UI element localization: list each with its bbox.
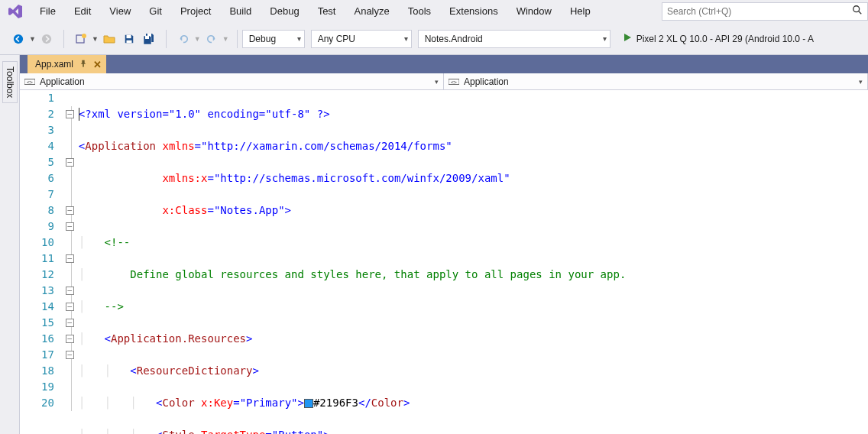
open-file-button[interactable]	[100, 30, 118, 48]
menu-project[interactable]: Project	[171, 2, 220, 21]
menu-edit[interactable]: Edit	[65, 2, 100, 21]
svg-text:<>: <>	[27, 79, 33, 85]
toolbar: ▼ ▼ ▼ ▼ Debug Any CPU Notes.Android	[0, 23, 868, 55]
toolbox-label[interactable]: Toolbox	[2, 61, 18, 103]
nav-back-dropdown-icon[interactable]: ▼	[29, 35, 36, 43]
menu-bar: File Edit View Git Project Build Debug T…	[0, 0, 868, 23]
editor-area: App.xaml ✕ <> Application <> Application…	[20, 55, 868, 434]
toolbar-separator	[63, 30, 64, 48]
text-cursor	[79, 108, 79, 121]
svg-line-1	[859, 11, 862, 15]
toolbar-separator	[166, 30, 167, 48]
close-tab-button[interactable]: ✕	[93, 59, 102, 70]
startup-project-dropdown[interactable]: Notes.Android	[418, 30, 611, 48]
svg-point-5	[82, 34, 86, 38]
menu-window[interactable]: Window	[507, 2, 561, 21]
menu-view[interactable]: View	[100, 2, 140, 21]
menu-debug[interactable]: Debug	[261, 2, 308, 21]
save-all-button[interactable]	[140, 30, 158, 48]
menu-tools[interactable]: Tools	[399, 2, 440, 21]
start-debugging-button[interactable]: Pixel 2 XL Q 10.0 - API 29 (Android 10.0…	[617, 30, 820, 48]
scope-icon: <>	[449, 77, 459, 86]
scope-icon: <>	[24, 77, 35, 86]
tab-strip: App.xaml ✕	[20, 55, 868, 73]
solution-platform-dropdown[interactable]: Any CPU	[311, 30, 412, 48]
search-icon	[852, 5, 863, 18]
search-input[interactable]	[667, 6, 849, 17]
code-editor[interactable]: 1234567891011121314151617181920 − − − − …	[20, 90, 868, 434]
pin-icon[interactable]	[79, 60, 87, 69]
tab-app-xaml[interactable]: App.xaml ✕	[28, 55, 106, 73]
fold-gutter[interactable]: − − − − − − − − − −	[63, 90, 79, 434]
menu-file[interactable]: File	[31, 2, 65, 21]
redo-button	[202, 30, 221, 48]
code-nav-bar: <> Application <> Application	[20, 73, 868, 90]
svg-rect-7	[126, 40, 131, 43]
toolbar-separator	[237, 30, 238, 48]
nav-scope-right-label: Application	[464, 76, 509, 87]
undo-dropdown-icon: ▼	[194, 35, 201, 43]
toolbox-panel[interactable]: Toolbox	[0, 55, 20, 434]
nav-scope-left-label: Application	[40, 76, 85, 87]
new-project-dropdown-icon[interactable]: ▼	[92, 35, 99, 43]
menu-git[interactable]: Git	[140, 2, 171, 21]
search-box[interactable]	[662, 2, 868, 21]
code-text[interactable]: <?xml version="1.0" encoding="utf-8" ?> …	[79, 90, 868, 434]
save-button[interactable]	[120, 30, 138, 48]
menu-help[interactable]: Help	[561, 2, 600, 21]
svg-point-3	[42, 34, 51, 43]
menu-extensions[interactable]: Extensions	[440, 2, 507, 21]
color-swatch-primary	[304, 399, 313, 408]
line-number-gutter: 1234567891011121314151617181920	[20, 90, 63, 434]
svg-point-0	[853, 6, 860, 12]
nav-back-button[interactable]	[9, 30, 28, 48]
nav-scope-left[interactable]: <> Application	[20, 73, 444, 89]
undo-button	[174, 30, 193, 48]
nav-forward-button	[37, 30, 56, 48]
play-icon	[623, 33, 632, 44]
nav-scope-right[interactable]: <> Application	[444, 73, 868, 89]
menu-build[interactable]: Build	[220, 2, 261, 21]
menu-test[interactable]: Test	[309, 2, 345, 21]
vs-logo-icon	[6, 2, 24, 21]
tab-title: App.xaml	[35, 59, 73, 70]
svg-point-2	[14, 34, 23, 43]
run-target-label: Pixel 2 XL Q 10.0 - API 29 (Android 10.0…	[636, 34, 814, 44]
solution-config-dropdown[interactable]: Debug	[242, 30, 305, 48]
svg-text:<>: <>	[451, 79, 457, 85]
redo-dropdown-icon: ▼	[222, 35, 229, 43]
svg-rect-6	[126, 34, 131, 37]
menu-analyze[interactable]: Analyze	[345, 2, 398, 21]
svg-rect-9	[145, 36, 149, 39]
new-project-button[interactable]	[72, 30, 90, 48]
